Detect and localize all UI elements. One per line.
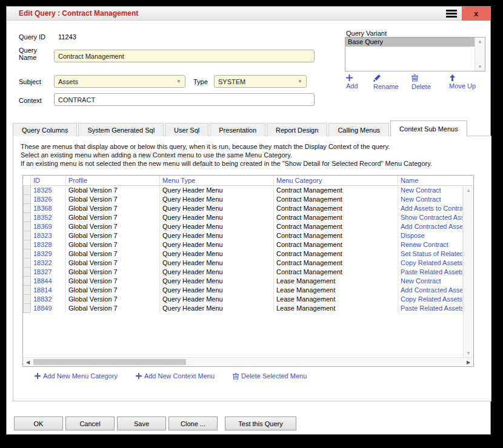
table-row[interactable]: 18325 Global Version 7 Query Header Menu…: [23, 186, 463, 195]
chevron-down-icon: ▼: [298, 79, 302, 84]
add-variant-button[interactable]: Add: [346, 74, 373, 90]
plus-icon: [346, 74, 353, 81]
scroll-down-icon[interactable]: ▼: [464, 351, 473, 356]
context-menus-table: ID Profile Menu Type Menu Category Name …: [22, 175, 474, 367]
tab-report-design[interactable]: Report Design: [267, 123, 327, 136]
tab-context-sub-menus[interactable]: Context Sub Menus: [390, 120, 467, 136]
table-row[interactable]: 18327 Global Version 7 Query Header Menu…: [23, 268, 463, 277]
query-name-input[interactable]: [54, 50, 315, 62]
query-variant-label: Query Variant: [346, 30, 387, 37]
context-sub-menus-panel: These are menus that display above or be…: [13, 136, 491, 401]
cancel-button[interactable]: Cancel: [65, 417, 115, 430]
table-row[interactable]: 18326 Global Version 7 Query Header Menu…: [23, 195, 463, 204]
title-bar: Edit Query : Contract Management x: [7, 7, 490, 21]
arrow-up-icon: [449, 74, 456, 81]
column-header-menu-type[interactable]: Menu Type: [160, 176, 274, 185]
variant-scrollbar[interactable]: ▲ ▼: [475, 38, 485, 71]
row-selector[interactable]: [23, 286, 31, 295]
tab-user-sql[interactable]: User Sql: [165, 123, 208, 136]
plus-icon: [35, 373, 41, 379]
table-row[interactable]: 18844 Global Version 7 Query Header Menu…: [23, 277, 463, 286]
tab-calling-menus[interactable]: Calling Menus: [328, 123, 389, 136]
type-dropdown[interactable]: SYSTEM ▼: [214, 75, 307, 88]
move-up-variant-button[interactable]: Move Up: [449, 74, 484, 90]
close-icon: x: [474, 9, 478, 18]
chevron-down-icon: ▼: [176, 79, 181, 84]
scroll-up-icon[interactable]: ▲: [464, 188, 473, 193]
scroll-right-icon[interactable]: ▶: [464, 358, 473, 366]
table-row[interactable]: 18323 Global Version 7 Query Header Menu…: [23, 231, 463, 240]
row-selector[interactable]: [23, 240, 31, 249]
edit-query-dialog: Edit Query : Contract Management x Query…: [6, 6, 491, 435]
rename-variant-button[interactable]: Rename: [373, 74, 411, 90]
type-label: Type: [193, 78, 208, 85]
table-row[interactable]: 18352 Global Version 7 Query Header Menu…: [23, 213, 463, 222]
row-selector[interactable]: [23, 231, 31, 240]
context-label: Context: [19, 97, 42, 104]
scroll-left-icon[interactable]: ◀: [23, 358, 33, 366]
query-variant-listbox[interactable]: Base Query ▲ ▼: [345, 37, 485, 71]
table-action-links: Add New Menu Category Add New Context Me…: [35, 372, 307, 380]
subject-value: Assets: [58, 78, 78, 85]
delete-selected-menu-link[interactable]: Delete Selected Menu: [233, 372, 307, 380]
row-selector[interactable]: [23, 295, 31, 304]
table-row[interactable]: 18329 Global Version 7 Query Header Menu…: [23, 249, 463, 259]
tab-system-generated-sql[interactable]: System Generated Sql: [78, 123, 164, 136]
row-selector[interactable]: [23, 304, 31, 313]
row-selector[interactable]: [23, 268, 31, 277]
row-selector[interactable]: [23, 249, 31, 259]
row-selector[interactable]: [23, 259, 31, 268]
tab-presentation[interactable]: Presentation: [210, 123, 265, 136]
test-this-query-button[interactable]: Test this Query: [225, 417, 296, 430]
hamburger-icon: [446, 10, 457, 12]
table-row[interactable]: 18849 Global Version 7 Query Header Menu…: [23, 304, 463, 313]
hamburger-menu-button[interactable]: [441, 7, 462, 21]
variant-actions: Add Rename Delete Move Up: [346, 74, 484, 90]
context-input[interactable]: [54, 93, 315, 106]
tab-query-columns[interactable]: Query Columns: [13, 123, 77, 136]
query-id-label: Query ID: [19, 33, 45, 41]
pencil-icon: [373, 74, 381, 82]
row-selector[interactable]: [23, 213, 31, 222]
dialog-title: Edit Query : Contract Management: [7, 9, 138, 18]
delete-variant-button[interactable]: Delete: [411, 74, 449, 90]
row-selector[interactable]: [23, 195, 31, 204]
footer-buttons: OK Cancel Save Clone ... Test this Query: [14, 417, 296, 430]
row-selector[interactable]: [23, 277, 31, 286]
add-new-menu-category-link[interactable]: Add New Menu Category: [35, 372, 118, 380]
column-header-name[interactable]: Name: [398, 176, 473, 185]
table-row[interactable]: 18832 Global Version 7 Query Header Menu…: [23, 295, 463, 304]
subject-dropdown[interactable]: Assets ▼: [54, 75, 185, 88]
list-item[interactable]: Base Query: [345, 38, 475, 47]
row-selector[interactable]: [23, 222, 31, 231]
panel-description: These are menus that display above or be…: [13, 136, 491, 168]
scroll-up-icon[interactable]: ▲: [475, 39, 485, 44]
table-row[interactable]: 18814 Global Version 7 Query Header Menu…: [23, 286, 463, 295]
row-selector[interactable]: [23, 204, 31, 213]
save-button[interactable]: Save: [117, 417, 166, 430]
ok-button[interactable]: OK: [14, 417, 63, 430]
plus-icon: [136, 373, 142, 379]
table-header: ID Profile Menu Type Menu Category Name: [23, 176, 473, 186]
scrollbar-thumb[interactable]: [33, 359, 186, 365]
subject-label: Subject: [19, 78, 41, 85]
table-rows: 18325 Global Version 7 Query Header Menu…: [23, 186, 473, 313]
query-name-label: Query Name: [19, 47, 48, 61]
table-row[interactable]: 18369 Global Version 7 Query Header Menu…: [23, 222, 463, 231]
table-row[interactable]: 18322 Global Version 7 Query Header Menu…: [23, 259, 463, 268]
type-value: SYSTEM: [218, 78, 245, 85]
row-selector[interactable]: [23, 186, 31, 195]
trash-icon: [233, 373, 239, 380]
close-button[interactable]: x: [462, 7, 490, 21]
tab-strip: Query Columns System Generated Sql User …: [13, 120, 468, 136]
clone-button[interactable]: Clone ...: [168, 417, 218, 430]
table-row[interactable]: 18328 Global Version 7 Query Header Menu…: [23, 240, 463, 249]
add-new-context-menu-link[interactable]: Add New Context Menu: [136, 372, 215, 380]
column-header-id[interactable]: ID: [31, 176, 66, 185]
table-vertical-scrollbar[interactable]: ▲ ▼: [463, 186, 473, 357]
table-horizontal-scrollbar[interactable]: ◀ ▶: [23, 357, 473, 366]
column-header-menu-category[interactable]: Menu Category: [274, 176, 398, 185]
column-header-profile[interactable]: Profile: [66, 176, 160, 185]
scroll-down-icon[interactable]: ▼: [475, 64, 485, 70]
table-row[interactable]: 18368 Global Version 7 Query Header Menu…: [23, 204, 463, 213]
